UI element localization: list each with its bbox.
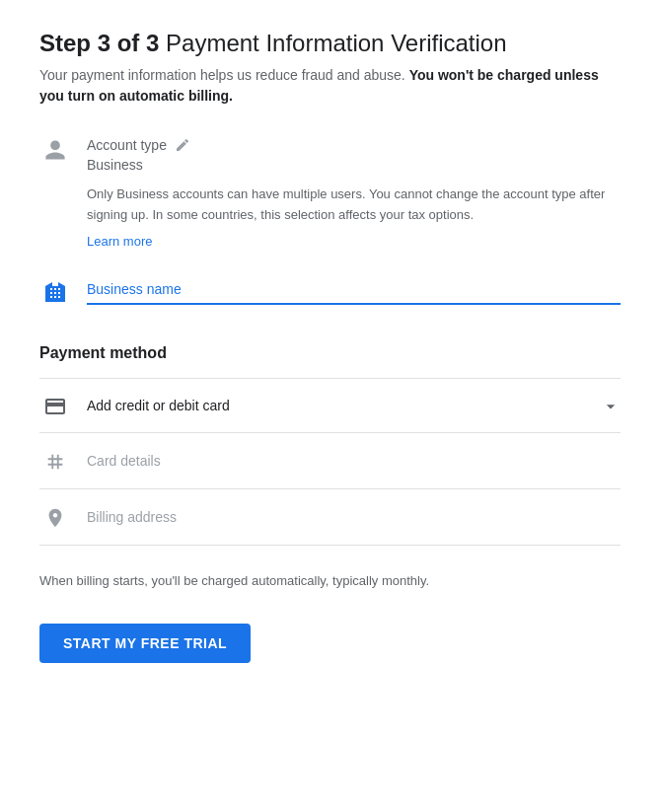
account-type-section: Account type Business Only Business acco…	[39, 136, 621, 250]
billing-note: When billing starts, you'll be charged a…	[39, 573, 621, 588]
payment-method-title: Payment method	[39, 344, 621, 362]
business-name-section	[39, 277, 621, 305]
account-type-label: Account type	[87, 136, 621, 153]
add-card-label: Add credit or debit card	[87, 398, 230, 413]
page-subtitle: Your payment information helps us reduce…	[39, 65, 621, 107]
account-type-value: Business	[87, 157, 621, 173]
billing-address-row: Billing address	[39, 489, 621, 546]
page-title: Step 3 of 3 Payment Information Verifica…	[39, 30, 621, 57]
card-details-row: Card details	[39, 433, 621, 489]
add-card-row[interactable]: Add credit or debit card	[39, 378, 621, 433]
business-name-wrapper	[87, 277, 621, 305]
page-header: Step 3 of 3 Payment Information Verifica…	[39, 30, 621, 107]
credit-card-icon	[39, 393, 71, 418]
payment-method-section: Payment method Add credit or debit card …	[39, 344, 621, 546]
add-card-content: Add credit or debit card	[87, 395, 621, 415]
location-icon	[39, 505, 71, 529]
account-type-description: Only Business accounts can have multiple…	[87, 185, 621, 226]
business-name-input[interactable]	[87, 277, 621, 305]
edit-icon[interactable]	[175, 136, 190, 153]
account-type-content: Account type Business Only Business acco…	[87, 136, 621, 250]
billing-address-label: Billing address	[87, 509, 177, 525]
person-icon	[39, 136, 71, 162]
building-icon	[39, 278, 71, 304]
card-details-label: Card details	[87, 453, 161, 469]
start-trial-button[interactable]: START MY FREE TRIAL	[39, 624, 251, 663]
learn-more-link[interactable]: Learn more	[87, 234, 152, 249]
hash-icon	[39, 449, 71, 473]
chevron-down-icon	[601, 395, 621, 415]
